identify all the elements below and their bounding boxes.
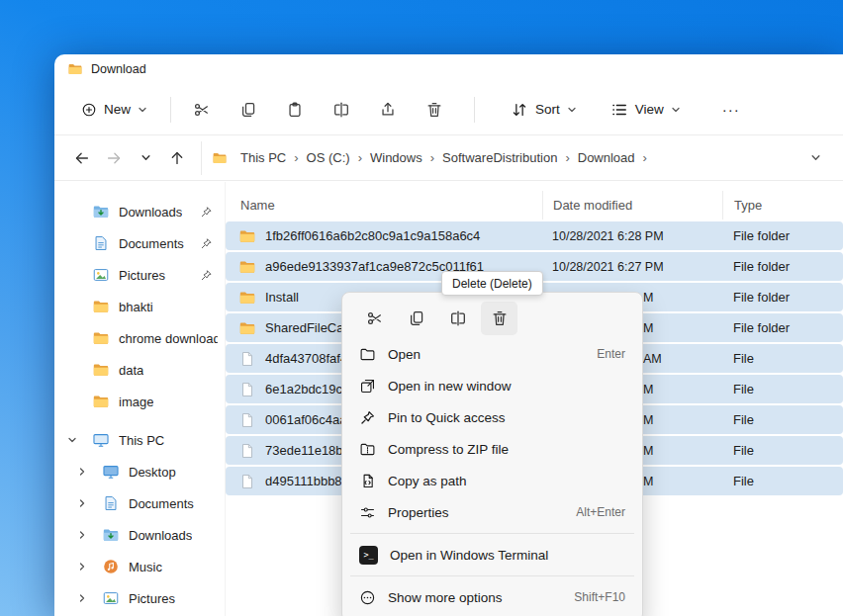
recent-locations-button[interactable]	[130, 142, 161, 174]
trash-icon	[491, 309, 509, 327]
breadcrumb-item[interactable]: This PC	[234, 145, 293, 170]
file-type: File	[722, 351, 843, 366]
folder-icon	[238, 289, 256, 307]
sidebar-item-this-pc[interactable]: This PC	[54, 424, 225, 456]
sidebar-item-label: Desktop	[129, 465, 176, 480]
file-date: 10/28/2021 6:28 PM	[542, 229, 722, 243]
breadcrumb-separator: ›	[564, 150, 570, 165]
new-button[interactable]: New	[70, 95, 158, 125]
share-icon	[379, 101, 397, 119]
plus-circle-icon	[81, 102, 97, 118]
sidebar-item-label: chrome downloads	[119, 331, 218, 346]
folder-icon	[92, 361, 110, 379]
cut-icon	[366, 309, 384, 327]
sidebar-item-documents-pinned[interactable]: Documents	[54, 227, 225, 259]
folder-icon	[92, 329, 110, 347]
chevron-down-icon	[567, 105, 577, 115]
pin-icon	[200, 269, 213, 282]
sidebar-item-label: data	[119, 363, 143, 378]
context-menu-item-open-in-new-window[interactable]: Open in new window	[347, 370, 637, 401]
address-dropdown-chevron-icon[interactable]	[810, 152, 821, 163]
breadcrumb-item[interactable]: SoftwareDistribution	[435, 145, 564, 170]
properties-icon	[359, 504, 376, 521]
cut-button[interactable]	[183, 92, 221, 128]
file-icon	[238, 411, 256, 429]
sidebar-item-desktop[interactable]: Desktop	[54, 456, 225, 487]
sidebar-item-data[interactable]: data	[54, 354, 225, 386]
pin-icon	[200, 206, 213, 219]
context-menu-item-copy-as-path[interactable]: Copy as path	[347, 465, 637, 496]
delete-button[interactable]	[416, 92, 453, 128]
view-icon	[610, 101, 628, 119]
file-icon	[238, 473, 256, 490]
sort-button[interactable]: Sort	[501, 94, 587, 126]
open-new-window-icon	[359, 378, 376, 395]
chevron-right-icon	[77, 562, 87, 572]
up-button[interactable]	[161, 142, 193, 174]
sidebar-item-label: Pictures	[119, 268, 165, 283]
file-icon	[238, 381, 256, 398]
breadcrumb-separator: ›	[642, 150, 648, 165]
breadcrumb-item[interactable]: Windows	[363, 145, 429, 170]
cut-button[interactable]	[356, 302, 393, 335]
sidebar-item-image[interactable]: image	[54, 386, 225, 417]
file-icon	[238, 442, 256, 460]
column-header-date-modified[interactable]: Date modified	[542, 191, 722, 220]
sidebar-item-chrome-downloads[interactable]: chrome downloads	[54, 322, 225, 354]
sidebar-item-label: Pictures	[129, 591, 175, 606]
paste-button[interactable]	[276, 92, 314, 128]
sidebar-section-gap	[54, 417, 225, 424]
sidebar-item-downloads[interactable]: Downloads	[54, 519, 225, 551]
file-name: 1fb26ff0616a6b2c80c9a1c9a158a6c4	[265, 228, 480, 243]
context-menu-item-properties[interactable]: Properties Alt+Enter	[347, 496, 637, 528]
context-menu-item-open[interactable]: Open Enter	[347, 338, 637, 370]
context-menu-item-label: Open in Windows Terminal	[390, 548, 548, 563]
sidebar-item-music[interactable]: Music	[54, 551, 225, 582]
sidebar-item-label: Downloads	[129, 528, 192, 543]
documents-icon	[102, 494, 120, 512]
sidebar-item-label: Documents	[119, 236, 184, 251]
pictures-icon	[102, 589, 120, 607]
column-header-type[interactable]: Type	[722, 191, 843, 220]
copy-button[interactable]	[398, 302, 434, 335]
context-menu-item-compress-to-zip[interactable]: Compress to ZIP file	[347, 433, 637, 465]
paste-icon	[286, 101, 304, 119]
context-menu-item-label: Pin to Quick access	[388, 410, 506, 425]
column-header-name[interactable]: Name	[226, 198, 542, 213]
context-menu-item-open-in-windows-terminal[interactable]: >_ Open in Windows Terminal	[347, 539, 637, 571]
sidebar-item-pictures[interactable]: Pictures	[54, 582, 225, 614]
breadcrumb: This PC › OS (C:) › Windows › SoftwareDi…	[201, 141, 831, 175]
breadcrumb-item[interactable]: OS (C:)	[300, 145, 357, 170]
back-arrow-icon	[73, 149, 91, 167]
delete-button[interactable]	[481, 302, 517, 335]
chevron-right-icon	[77, 467, 87, 477]
sidebar-item-label: Music	[129, 560, 162, 574]
more-options-button[interactable]: ···	[712, 97, 750, 122]
share-button[interactable]	[369, 92, 407, 128]
sort-icon	[511, 101, 528, 119]
sidebar-item-bhakti[interactable]: bhakti	[54, 291, 225, 322]
file-row[interactable]: 1fb26ff0616a6b2c80c9a1c9a158a6c4 10/28/2…	[226, 221, 843, 250]
chevron-right-icon	[77, 498, 87, 508]
documents-icon	[92, 234, 110, 252]
back-button[interactable]	[66, 142, 98, 174]
view-button[interactable]: View	[601, 94, 691, 126]
zip-folder-icon	[359, 441, 376, 458]
context-menu-item-show-more-options[interactable]: Show more options Shift+F10	[347, 581, 637, 613]
copy-button[interactable]	[230, 92, 267, 128]
forward-button[interactable]	[98, 142, 130, 174]
computer-icon	[92, 431, 110, 449]
toolbar-separator	[474, 97, 475, 123]
folder-icon	[92, 393, 110, 410]
context-menu-item-pin-to-quick-access[interactable]: Pin to Quick access	[347, 401, 637, 433]
rename-button[interactable]	[439, 302, 476, 335]
breadcrumb-item[interactable]: Download	[571, 145, 642, 170]
sidebar-item-documents[interactable]: Documents	[54, 487, 225, 519]
rename-button[interactable]	[323, 92, 360, 128]
sidebar-item-pictures-pinned[interactable]: Pictures	[54, 259, 225, 291]
folder-icon	[238, 258, 256, 276]
music-icon	[102, 558, 120, 575]
context-menu-item-label: Properties	[388, 505, 449, 520]
sidebar-item-downloads-pinned[interactable]: Downloads	[54, 196, 225, 227]
chevron-down-icon	[140, 152, 151, 163]
